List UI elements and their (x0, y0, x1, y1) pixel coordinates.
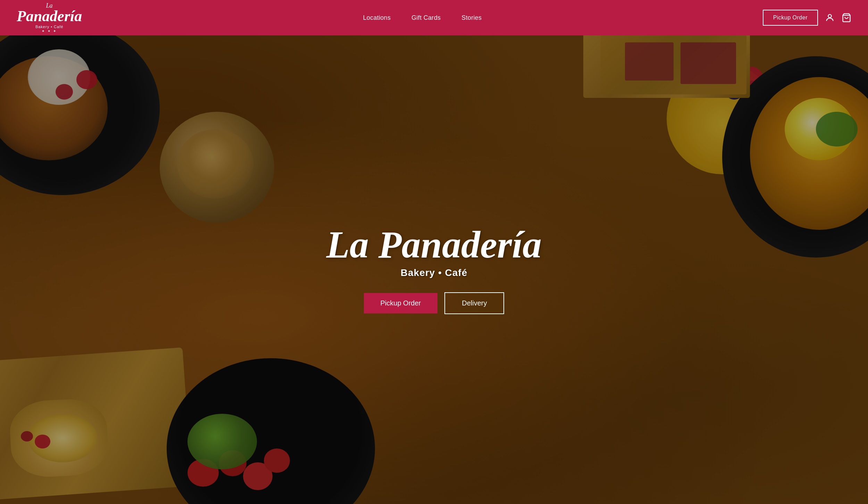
hero-delivery-button[interactable]: Delivery (444, 292, 504, 314)
nav-locations[interactable]: Locations (363, 14, 391, 22)
hero-buttons: Pickup Order Delivery (364, 292, 504, 314)
account-button[interactable] (825, 13, 835, 23)
user-icon (825, 13, 835, 23)
logo-sub: Bakery • Café (35, 25, 63, 29)
hero-section: La Panadería Bakery • Café Pickup Order … (0, 35, 868, 504)
hero-subtitle: Bakery • Café (401, 267, 467, 278)
logo-stars: ✦ ✦ ✦ (42, 29, 57, 33)
hero-pickup-button[interactable]: Pickup Order (364, 293, 438, 313)
nav-gift-cards[interactable]: Gift Cards (411, 14, 441, 22)
logo-panaderia: Panadería (17, 9, 82, 24)
hero-title: La Panadería (326, 226, 542, 264)
header-pickup-order-button[interactable]: Pickup Order (763, 10, 818, 26)
cart-button[interactable] (842, 13, 851, 23)
header-actions: Pickup Order (763, 10, 851, 26)
logo-area: La Panadería Bakery • Café ✦ ✦ ✦ (17, 2, 82, 33)
cart-icon (842, 13, 851, 23)
logo-wrapper: La Panadería Bakery • Café ✦ ✦ ✦ (17, 2, 82, 33)
header: La Panadería Bakery • Café ✦ ✦ ✦ Locatio… (0, 0, 868, 35)
hero-content: La Panadería Bakery • Café Pickup Order … (0, 35, 868, 504)
svg-point-0 (828, 15, 831, 18)
main-nav: Locations Gift Cards Stories (363, 14, 482, 22)
nav-stories[interactable]: Stories (461, 14, 482, 22)
